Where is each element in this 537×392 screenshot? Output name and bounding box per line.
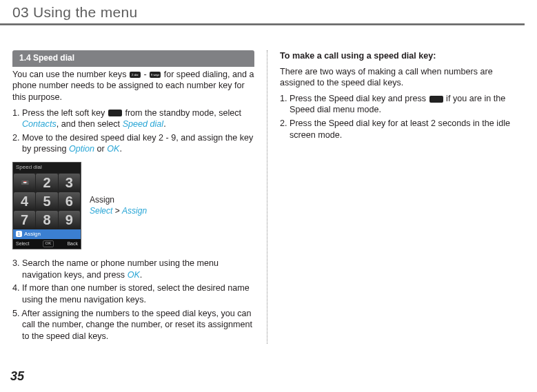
- grid-cell-1: 📼: [14, 174, 35, 192]
- screenshot-block: Speed dial 📼 2 3 4 5 6 7 8 9 1 Assign: [12, 162, 254, 249]
- soft-right: Back: [67, 240, 78, 247]
- grid-cell-7: 7: [14, 211, 35, 229]
- content-columns: 1.4 Speed dial You can use the number ke…: [0, 25, 537, 344]
- screen-grid: 📼 2 3 4 5 6 7 8 9: [13, 173, 81, 229]
- key-2-icon: 2 abc: [130, 72, 141, 78]
- step-4: 4. If more than one number is stored, se…: [12, 282, 254, 305]
- assign-caption: Assign Select > Assign: [90, 195, 147, 217]
- ok-link: OK: [107, 144, 119, 154]
- step1-c: , and then select: [57, 119, 123, 129]
- right-intro: There are two ways of making a call when…: [280, 66, 523, 89]
- step-2: 2. Move to the desired speed dial key 2 …: [12, 132, 254, 155]
- assign-number: 1: [16, 231, 22, 237]
- step3-a: 3. Search the name or phone number using…: [12, 258, 219, 280]
- ok-link-3: OK: [128, 270, 140, 280]
- speed-dial-link: Speed dial: [123, 119, 164, 129]
- assign-label-text: Assign: [90, 195, 114, 205]
- assign-select-link: Select: [90, 206, 112, 216]
- right-step-1: 1. Press the Speed dial key and press if…: [280, 93, 523, 116]
- page-number: 35: [10, 369, 24, 384]
- grid-cell-6: 6: [59, 192, 80, 210]
- step2-b: or: [94, 144, 107, 154]
- left-column: 1.4 Speed dial You can use the number ke…: [12, 50, 267, 344]
- soft-left: Select: [16, 240, 29, 247]
- grid-cell-8: 8: [36, 211, 57, 229]
- contacts-link: Contacts: [22, 119, 57, 129]
- right-step-2: 2. Press the Speed dial key for at least…: [280, 118, 523, 141]
- call-key-icon: [429, 96, 443, 103]
- step-5: 5. After assigning the numbers to the sp…: [12, 308, 254, 342]
- screen-assign-bar: 1 Assign: [13, 229, 81, 240]
- step2-c: .: [119, 144, 122, 154]
- key-9-icon: 9 wxyz: [150, 72, 161, 78]
- grid-cell-3: 3: [59, 174, 80, 192]
- assign-gt: >: [112, 206, 122, 216]
- phone-screen: Speed dial 📼 2 3 4 5 6 7 8 9 1 Assign: [12, 162, 81, 249]
- soft-mid: OK: [43, 240, 54, 247]
- assign-assign-link: Assign: [122, 206, 147, 216]
- step3-b: .: [140, 270, 143, 280]
- section-tab: 1.4 Speed dial: [12, 50, 254, 67]
- step1-d: .: [163, 119, 166, 129]
- grid-cell-5: 5: [36, 192, 57, 210]
- assign-text: Assign: [24, 231, 41, 238]
- left-softkey-icon: [108, 110, 122, 116]
- step-1: 1. Press the left soft key from the stan…: [12, 107, 254, 130]
- right-column: To make a call using a speed dial key: T…: [267, 50, 523, 344]
- screen-title: Speed dial: [13, 163, 81, 173]
- chapter-header: 03 Using the menu: [0, 0, 525, 25]
- rstep1-a: 1. Press the Speed dial key and press: [280, 94, 429, 103]
- screen-softkeys: Select OK Back: [13, 239, 81, 249]
- step2-a: 2. Move to the desired speed dial key 2 …: [12, 133, 253, 154]
- intro-paragraph: You can use the number keys 2 abc - 9 wx…: [12, 69, 254, 103]
- step-3: 3. Search the name or phone number using…: [12, 258, 254, 280]
- intro-text-b: -: [141, 70, 149, 79]
- grid-cell-2: 2: [36, 174, 57, 192]
- grid-cell-4: 4: [14, 192, 35, 210]
- step1-b: from the standby mode, select: [123, 108, 241, 118]
- grid-cell-9: 9: [59, 211, 80, 229]
- option-link: Option: [69, 144, 94, 154]
- step1-a: 1. Press the left soft key: [12, 108, 108, 118]
- right-heading: To make a call using a speed dial key:: [280, 50, 523, 62]
- intro-text-a: You can use the number keys: [12, 70, 129, 79]
